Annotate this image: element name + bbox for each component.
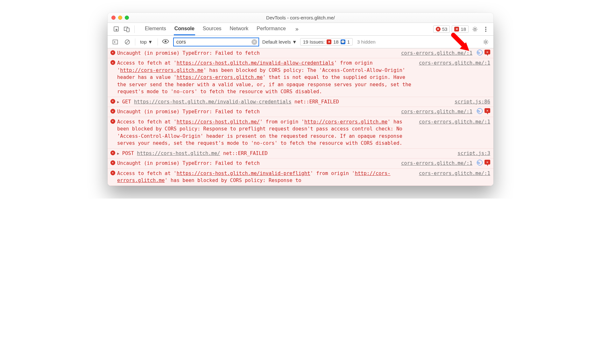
svg-point-3 [474,28,476,30]
issues-summary[interactable]: 19 Issues: ✕ 18 💬 1 [300,38,353,46]
issue-link-icon[interactable]: ✕ [484,160,490,164]
error-badge-icon: ✕ [110,160,115,167]
expand-triangle-icon[interactable]: ▶ [117,150,119,157]
error-badge-icon: ✕ [110,118,115,147]
issue-link-icon[interactable]: ✕ [484,108,490,113]
network-replay-icon[interactable] [477,50,483,55]
expand-triangle-icon[interactable]: ▶ [117,98,119,105]
source-link[interactable]: script.js:86 [455,98,490,105]
message-text: Access to fetch at 'https://cors-host.gl… [117,170,411,184]
network-replay-icon[interactable] [477,160,483,165]
error-badge-icon: ✕ [110,108,115,115]
message-fragment: ' from origin ' [310,171,355,176]
console-message-row: ✕Access to fetch at 'https://cors-host.g… [108,58,493,97]
url-link[interactable]: https://cors-host.glitch.me/ [177,119,260,125]
message-fragment: ' has been blocked by CORS policy: Respo… [165,178,301,183]
error-badge-icon: ✕ [110,60,115,95]
message-icon: 💬 [341,39,345,44]
issues-label: 19 Issues: [303,39,325,45]
error-icon: ✕ [436,27,441,32]
issue-count: 18 [461,26,466,32]
tab-console[interactable]: Console [174,23,195,35]
svg-point-5 [485,29,486,30]
settings-icon[interactable] [470,25,479,34]
net-status: net::ERR_FAILED [292,99,339,105]
request-url-link[interactable]: https://cors-host.glitch.me/invalid-allo… [134,99,292,105]
more-tabs-button[interactable]: » [295,26,299,32]
console-message-row: ✕Uncaught (in promise) TypeError: Failed… [108,158,493,168]
url-link[interactable]: http://cors-errors.glitch.me [120,67,203,73]
message-fragment: Access to fetch at ' [117,119,177,125]
url-link[interactable]: http://cors-errors.glitch.me [304,119,387,125]
main-toolbar: Elements Console Sources Network Perform… [108,23,493,36]
net-status: net::ERR_FAILED [220,150,268,156]
issue-count-badge[interactable]: ✕ 18 [452,25,469,33]
source-link[interactable]: script.js:3 [457,150,490,157]
filter-input[interactable] [173,38,259,46]
traffic-lights [111,16,129,20]
log-levels-selector[interactable]: Default levels ▼ [262,39,297,45]
source-link[interactable]: cors-errors.glitch.me/:1 [401,50,472,57]
window-title: DevTools - cors-errors.glitch.me/ [108,15,493,20]
network-replay-icon[interactable] [477,108,483,114]
issues-msg-count: 1 [347,39,350,45]
message-text: Uncaught (in promise) TypeError: Failed … [117,50,393,57]
source-link[interactable]: cors-errors.glitch.me/:1 [419,170,490,184]
request-url-link[interactable]: https://cors-host.glitch.me/ [137,150,220,156]
message-fragment: Access to fetch at ' [117,60,177,66]
clear-filter-icon[interactable]: ✕ [251,39,257,45]
message-actions: ✕ [477,108,490,115]
source-link[interactable]: cors-errors.glitch.me/:1 [419,118,490,147]
url-link[interactable]: https://cors-host.glitch.me/invalid-pref… [177,171,310,176]
inspect-element-icon[interactable] [112,25,121,34]
zoom-window-button[interactable] [125,16,129,20]
divider [134,25,135,33]
minimize-window-button[interactable] [118,16,122,20]
console-message-row: ✕▶GET https://cors-host.glitch.me/invali… [108,97,493,107]
message-fragment: ' from origin ' [260,119,304,125]
console-message-row: ✕Uncaught (in promise) TypeError: Failed… [108,107,493,117]
svg-point-11 [485,41,487,43]
url-link[interactable]: https://cors-host.glitch.me/invalid-allo… [177,60,334,66]
console-settings-icon[interactable] [481,38,490,46]
issue-icon: ✕ [327,39,331,44]
console-toolbar: top ▼ ✕ Default levels ▼ 19 Issues: ✕ 18… [108,36,493,48]
tab-network[interactable]: Network [229,23,249,35]
kebab-menu-icon[interactable] [481,25,490,34]
close-window-button[interactable] [111,16,116,20]
context-selector[interactable]: top ▼ [138,38,154,46]
console-message-row: ✕▶POST https://cors-host.glitch.me/ net:… [108,149,493,158]
clear-console-icon[interactable] [123,38,132,46]
window-titlebar: DevTools - cors-errors.glitch.me/ [108,13,493,23]
tab-performance[interactable]: Performance [256,23,286,35]
toggle-sidebar-icon[interactable] [111,38,120,46]
error-count: 53 [442,26,448,32]
divider [135,38,135,46]
divider [158,38,158,46]
message-text: POST https://cors-host.glitch.me/ net::E… [122,150,450,157]
url-link[interactable]: https://cors-errors.glitch.me [177,74,263,80]
error-badge-icon: ✕ [110,98,115,105]
message-actions: ✕ [477,160,490,167]
tab-elements[interactable]: Elements [144,23,167,35]
error-count-badge[interactable]: ✕ 53 [433,25,450,33]
svg-point-4 [485,27,486,28]
chevron-down-icon: ▼ [148,39,153,45]
live-expression-icon[interactable] [161,39,170,45]
chevron-down-icon: ▼ [292,39,297,45]
svg-rect-2 [127,28,129,32]
message-text: Uncaught (in promise) TypeError: Failed … [117,108,393,115]
hidden-messages-label[interactable]: 3 hidden [357,39,376,45]
issue-link-icon[interactable]: ✕ [484,50,490,54]
console-message-row: ✕Uncaught (in promise) TypeError: Failed… [108,48,493,58]
svg-point-10 [165,40,166,42]
source-link[interactable]: cors-errors.glitch.me/:1 [401,108,472,115]
device-toolbar-icon[interactable] [122,25,131,34]
error-badge-icon: ✕ [110,150,115,157]
panel-tabs: Elements Console Sources Network Perform… [144,23,299,35]
source-link[interactable]: cors-errors.glitch.me/:1 [419,60,490,95]
message-text: Uncaught (in promise) TypeError: Failed … [117,160,393,167]
source-link[interactable]: cors-errors.glitch.me/:1 [401,160,472,167]
error-badge-icon: ✕ [110,170,115,184]
tab-sources[interactable]: Sources [202,23,222,35]
